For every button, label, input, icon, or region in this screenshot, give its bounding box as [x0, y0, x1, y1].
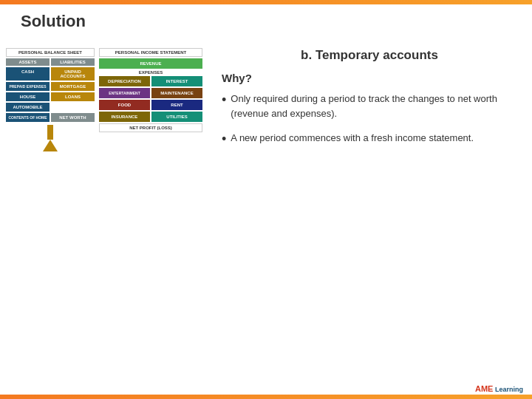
section-title: b. Temporary accounts: [222, 48, 517, 63]
bullet-2: • A new period commences with a fresh in…: [222, 131, 517, 148]
is-expense-row-3: FOOD RENT: [99, 100, 202, 110]
is-expense-row-2: ENTERTAINMENT MAINTENANCE: [99, 88, 202, 98]
bs-prepaid: PREPAID EXPENSES: [6, 82, 50, 91]
is-rent: RENT: [151, 100, 202, 110]
bs-liabilities-header: LIABILITIES: [51, 58, 95, 66]
is-expenses-label: EXPENSES: [99, 70, 202, 75]
is-depreciation: DEPRECIATION: [99, 76, 150, 86]
bs-row-3: HOUSE LOANS: [6, 92, 95, 101]
diagram-area: PERSONAL BALANCE SHEET ASSETS LIABILITIE…: [0, 41, 214, 384]
page-title: Solution: [21, 12, 86, 31]
is-maintenance: MAINTENANCE: [151, 88, 202, 98]
bullet-1: • Only required during a period to track…: [222, 92, 517, 120]
is-entertainment: ENTERTAINMENT: [99, 88, 150, 98]
bs-row-5: CONTENTS OF HOME NET WORTH: [6, 113, 95, 122]
is-utilities: UTILITIES: [151, 112, 202, 122]
bs-mortgage: MORTGAGE: [51, 82, 95, 91]
diagrams-row: PERSONAL BALANCE SHEET ASSETS LIABILITIE…: [6, 48, 208, 151]
top-bar: [0, 0, 532, 4]
learning-text: Learning: [495, 386, 523, 393]
bs-row-1: CASH UNPAID ACCOUNTS: [6, 67, 95, 81]
main-content: PERSONAL BALANCE SHEET ASSETS LIABILITIE…: [0, 41, 532, 384]
bs-empty: [51, 103, 95, 112]
bs-header-row: ASSETS LIABILITIES: [6, 58, 95, 66]
bs-title: PERSONAL BALANCE SHEET: [6, 48, 95, 57]
bs-automobile: AUTOMOBILE: [6, 103, 50, 112]
bullet-1-text: Only required during a period to track t…: [231, 92, 517, 120]
bottom-bar: [0, 395, 532, 399]
arrow-container: [6, 125, 95, 151]
bs-house: HOUSE: [6, 92, 50, 101]
is-title: PERSONAL INCOME STATEMENT: [99, 48, 202, 57]
arrow-head: [43, 140, 58, 151]
bullet-2-text: A new period commences with a fresh inco…: [231, 131, 474, 146]
bs-loans: LOANS: [51, 92, 95, 101]
bullet-2-dot: •: [222, 131, 226, 148]
income-statement-diagram: PERSONAL INCOME STATEMENT REVENUE EXPENS…: [99, 48, 202, 132]
bs-row-4: AUTOMOBILE: [6, 103, 95, 112]
is-expense-row-4: INSURANCE UTILITIES: [99, 112, 202, 122]
bs-unpaid: UNPAID ACCOUNTS: [51, 67, 95, 81]
why-label: Why?: [222, 72, 517, 84]
bullet-1-dot: •: [222, 92, 226, 109]
arrow-stem: [47, 125, 53, 140]
bs-row-2: PREPAID EXPENSES MORTGAGE: [6, 82, 95, 91]
is-food: FOOD: [99, 100, 150, 110]
bs-networth: NET WORTH: [51, 113, 95, 122]
ame-logo: AME Learning: [475, 384, 523, 393]
ame-text: AME: [475, 384, 493, 393]
is-interest: INTEREST: [151, 76, 202, 86]
bs-cash: CASH: [6, 67, 50, 81]
bs-assets-header: ASSETS: [6, 58, 50, 66]
is-revenue: REVENUE: [99, 58, 202, 69]
is-expense-row-1: DEPRECIATION INTEREST: [99, 76, 202, 86]
balance-sheet-diagram: PERSONAL BALANCE SHEET ASSETS LIABILITIE…: [6, 48, 95, 151]
is-insurance: INSURANCE: [99, 112, 150, 122]
is-net-profit: NET PROFIT (LOSS): [99, 123, 202, 132]
text-area: b. Temporary accounts Why? • Only requir…: [214, 41, 532, 384]
bs-contents: CONTENTS OF HOME: [6, 113, 50, 122]
